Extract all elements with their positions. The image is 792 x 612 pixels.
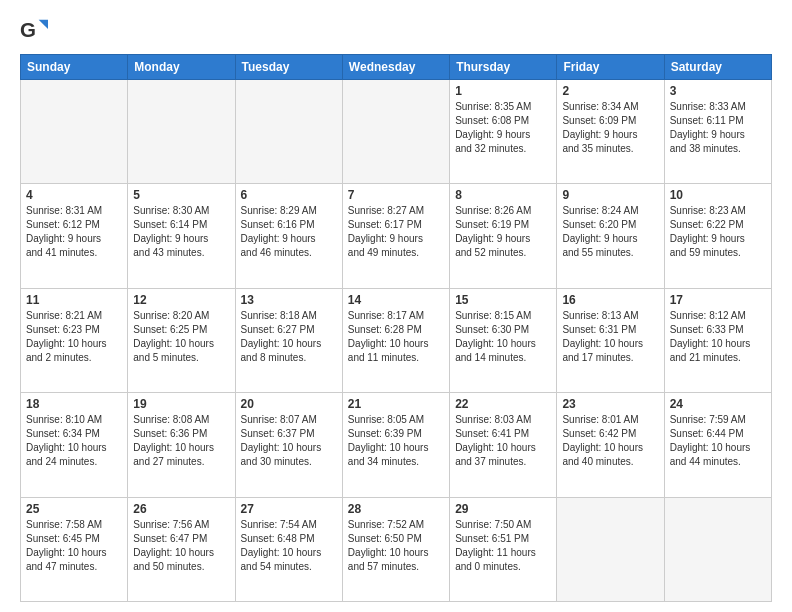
calendar-cell: 7Sunrise: 8:27 AM Sunset: 6:17 PM Daylig… [342, 184, 449, 288]
calendar-header-row: SundayMondayTuesdayWednesdayThursdayFrid… [21, 55, 772, 80]
day-number: 19 [133, 397, 229, 411]
day-info: Sunrise: 8:17 AM Sunset: 6:28 PM Dayligh… [348, 309, 444, 365]
calendar-cell: 17Sunrise: 8:12 AM Sunset: 6:33 PM Dayli… [664, 288, 771, 392]
day-info: Sunrise: 7:59 AM Sunset: 6:44 PM Dayligh… [670, 413, 766, 469]
day-number: 12 [133, 293, 229, 307]
calendar-week-row: 25Sunrise: 7:58 AM Sunset: 6:45 PM Dayli… [21, 497, 772, 601]
day-number: 4 [26, 188, 122, 202]
page: G SundayMondayTuesdayWednesdayThursdayFr… [0, 0, 792, 612]
day-info: Sunrise: 8:27 AM Sunset: 6:17 PM Dayligh… [348, 204, 444, 260]
day-info: Sunrise: 8:21 AM Sunset: 6:23 PM Dayligh… [26, 309, 122, 365]
logo: G [20, 16, 52, 44]
day-number: 29 [455, 502, 551, 516]
day-number: 16 [562, 293, 658, 307]
day-header-saturday: Saturday [664, 55, 771, 80]
calendar-cell [664, 497, 771, 601]
calendar-cell [557, 497, 664, 601]
calendar-week-row: 4Sunrise: 8:31 AM Sunset: 6:12 PM Daylig… [21, 184, 772, 288]
day-info: Sunrise: 8:20 AM Sunset: 6:25 PM Dayligh… [133, 309, 229, 365]
calendar-week-row: 11Sunrise: 8:21 AM Sunset: 6:23 PM Dayli… [21, 288, 772, 392]
day-header-sunday: Sunday [21, 55, 128, 80]
calendar-cell: 10Sunrise: 8:23 AM Sunset: 6:22 PM Dayli… [664, 184, 771, 288]
day-info: Sunrise: 8:12 AM Sunset: 6:33 PM Dayligh… [670, 309, 766, 365]
day-header-wednesday: Wednesday [342, 55, 449, 80]
day-number: 17 [670, 293, 766, 307]
day-info: Sunrise: 8:13 AM Sunset: 6:31 PM Dayligh… [562, 309, 658, 365]
calendar-cell: 21Sunrise: 8:05 AM Sunset: 6:39 PM Dayli… [342, 393, 449, 497]
calendar-cell: 20Sunrise: 8:07 AM Sunset: 6:37 PM Dayli… [235, 393, 342, 497]
calendar-week-row: 1Sunrise: 8:35 AM Sunset: 6:08 PM Daylig… [21, 80, 772, 184]
calendar-cell: 15Sunrise: 8:15 AM Sunset: 6:30 PM Dayli… [450, 288, 557, 392]
calendar-cell: 12Sunrise: 8:20 AM Sunset: 6:25 PM Dayli… [128, 288, 235, 392]
day-number: 20 [241, 397, 337, 411]
day-info: Sunrise: 8:10 AM Sunset: 6:34 PM Dayligh… [26, 413, 122, 469]
day-number: 5 [133, 188, 229, 202]
day-info: Sunrise: 7:52 AM Sunset: 6:50 PM Dayligh… [348, 518, 444, 574]
calendar-cell [342, 80, 449, 184]
day-number: 25 [26, 502, 122, 516]
calendar-cell: 19Sunrise: 8:08 AM Sunset: 6:36 PM Dayli… [128, 393, 235, 497]
day-header-friday: Friday [557, 55, 664, 80]
day-number: 7 [348, 188, 444, 202]
calendar-cell: 27Sunrise: 7:54 AM Sunset: 6:48 PM Dayli… [235, 497, 342, 601]
calendar-cell [21, 80, 128, 184]
calendar-cell: 25Sunrise: 7:58 AM Sunset: 6:45 PM Dayli… [21, 497, 128, 601]
day-info: Sunrise: 8:15 AM Sunset: 6:30 PM Dayligh… [455, 309, 551, 365]
day-number: 14 [348, 293, 444, 307]
day-number: 8 [455, 188, 551, 202]
calendar-cell: 16Sunrise: 8:13 AM Sunset: 6:31 PM Dayli… [557, 288, 664, 392]
day-info: Sunrise: 8:26 AM Sunset: 6:19 PM Dayligh… [455, 204, 551, 260]
day-number: 11 [26, 293, 122, 307]
day-number: 10 [670, 188, 766, 202]
day-number: 15 [455, 293, 551, 307]
calendar-cell: 6Sunrise: 8:29 AM Sunset: 6:16 PM Daylig… [235, 184, 342, 288]
day-info: Sunrise: 7:54 AM Sunset: 6:48 PM Dayligh… [241, 518, 337, 574]
day-number: 6 [241, 188, 337, 202]
day-info: Sunrise: 8:07 AM Sunset: 6:37 PM Dayligh… [241, 413, 337, 469]
day-number: 13 [241, 293, 337, 307]
day-info: Sunrise: 8:30 AM Sunset: 6:14 PM Dayligh… [133, 204, 229, 260]
day-info: Sunrise: 8:18 AM Sunset: 6:27 PM Dayligh… [241, 309, 337, 365]
day-header-thursday: Thursday [450, 55, 557, 80]
day-info: Sunrise: 8:03 AM Sunset: 6:41 PM Dayligh… [455, 413, 551, 469]
calendar-cell: 13Sunrise: 8:18 AM Sunset: 6:27 PM Dayli… [235, 288, 342, 392]
calendar-cell: 18Sunrise: 8:10 AM Sunset: 6:34 PM Dayli… [21, 393, 128, 497]
day-info: Sunrise: 7:56 AM Sunset: 6:47 PM Dayligh… [133, 518, 229, 574]
calendar-cell: 4Sunrise: 8:31 AM Sunset: 6:12 PM Daylig… [21, 184, 128, 288]
day-info: Sunrise: 8:23 AM Sunset: 6:22 PM Dayligh… [670, 204, 766, 260]
day-header-monday: Monday [128, 55, 235, 80]
calendar-table: SundayMondayTuesdayWednesdayThursdayFrid… [20, 54, 772, 602]
header: G [20, 16, 772, 44]
day-number: 3 [670, 84, 766, 98]
day-info: Sunrise: 8:34 AM Sunset: 6:09 PM Dayligh… [562, 100, 658, 156]
day-number: 2 [562, 84, 658, 98]
day-info: Sunrise: 8:05 AM Sunset: 6:39 PM Dayligh… [348, 413, 444, 469]
calendar-cell: 23Sunrise: 8:01 AM Sunset: 6:42 PM Dayli… [557, 393, 664, 497]
calendar-cell [235, 80, 342, 184]
day-info: Sunrise: 8:33 AM Sunset: 6:11 PM Dayligh… [670, 100, 766, 156]
day-number: 18 [26, 397, 122, 411]
calendar-cell: 2Sunrise: 8:34 AM Sunset: 6:09 PM Daylig… [557, 80, 664, 184]
calendar-cell: 29Sunrise: 7:50 AM Sunset: 6:51 PM Dayli… [450, 497, 557, 601]
calendar-cell: 26Sunrise: 7:56 AM Sunset: 6:47 PM Dayli… [128, 497, 235, 601]
logo-icon: G [20, 16, 48, 44]
calendar-cell: 8Sunrise: 8:26 AM Sunset: 6:19 PM Daylig… [450, 184, 557, 288]
day-number: 21 [348, 397, 444, 411]
calendar-cell: 5Sunrise: 8:30 AM Sunset: 6:14 PM Daylig… [128, 184, 235, 288]
calendar-cell: 9Sunrise: 8:24 AM Sunset: 6:20 PM Daylig… [557, 184, 664, 288]
day-number: 9 [562, 188, 658, 202]
day-info: Sunrise: 8:01 AM Sunset: 6:42 PM Dayligh… [562, 413, 658, 469]
day-number: 23 [562, 397, 658, 411]
day-info: Sunrise: 7:58 AM Sunset: 6:45 PM Dayligh… [26, 518, 122, 574]
calendar-cell: 3Sunrise: 8:33 AM Sunset: 6:11 PM Daylig… [664, 80, 771, 184]
day-number: 26 [133, 502, 229, 516]
svg-text:G: G [20, 18, 36, 41]
day-info: Sunrise: 8:31 AM Sunset: 6:12 PM Dayligh… [26, 204, 122, 260]
calendar-cell: 1Sunrise: 8:35 AM Sunset: 6:08 PM Daylig… [450, 80, 557, 184]
calendar-cell: 11Sunrise: 8:21 AM Sunset: 6:23 PM Dayli… [21, 288, 128, 392]
calendar-cell: 24Sunrise: 7:59 AM Sunset: 6:44 PM Dayli… [664, 393, 771, 497]
day-number: 22 [455, 397, 551, 411]
calendar-cell [128, 80, 235, 184]
day-info: Sunrise: 7:50 AM Sunset: 6:51 PM Dayligh… [455, 518, 551, 574]
day-number: 24 [670, 397, 766, 411]
